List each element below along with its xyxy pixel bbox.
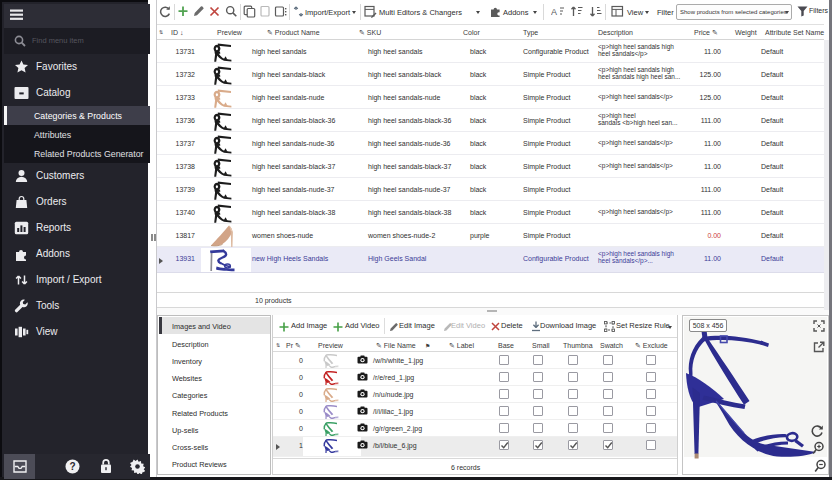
svg-text:?: ? — [69, 461, 75, 472]
svg-text:A: A — [551, 7, 557, 17]
